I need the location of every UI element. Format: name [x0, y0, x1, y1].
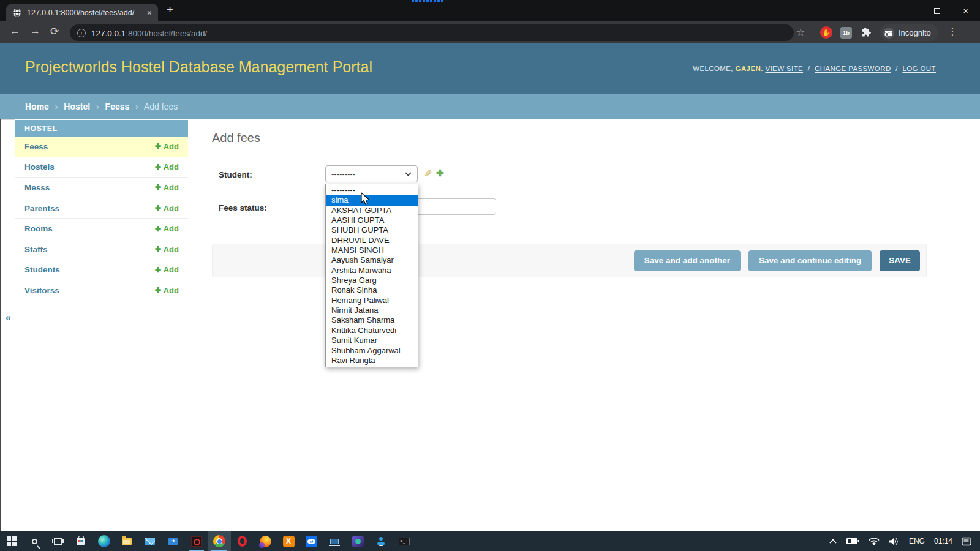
page-info-icon[interactable]: i — [77, 29, 86, 37]
extensions-puzzle-icon[interactable] — [861, 27, 872, 40]
dropdown-option[interactable]: Aayush Samaiyar — [326, 255, 418, 265]
search-button[interactable] — [23, 531, 47, 551]
add-feess-link[interactable]: ✚Add — [155, 142, 179, 151]
url-bar[interactable]: i 127.0.0.1:8000/hostel/fees/add/ — [70, 24, 794, 41]
dropdown-option[interactable]: Ronak Sinha — [326, 285, 418, 295]
forward-icon[interactable]: → — [30, 25, 40, 37]
sidebar-item-label[interactable]: Hostels — [24, 162, 55, 171]
dropdown-option[interactable]: Krittika Chaturvedi — [326, 326, 418, 335]
terminal-button[interactable]: >_ — [393, 531, 416, 551]
wifi-icon[interactable] — [869, 538, 880, 545]
sidebar-item-label[interactable]: Parentss — [24, 204, 59, 213]
add-messs-link[interactable]: ✚Add — [155, 183, 179, 192]
start-button[interactable] — [0, 531, 23, 551]
sidebar-item-hostels[interactable]: Hostels ✚Add — [15, 157, 188, 178]
adblock-extension-icon[interactable]: ✋ — [820, 26, 832, 39]
change-password-link[interactable]: CHANGE PASSWORD — [815, 65, 891, 72]
firefox-button[interactable] — [254, 531, 277, 551]
chrome-button[interactable] — [208, 531, 231, 551]
sidebar-item-visitorss[interactable]: Visitorss ✚Add — [15, 280, 188, 301]
breadcrumb-hostel[interactable]: Hostel — [64, 102, 90, 111]
sidebar-item-label[interactable]: Students — [24, 265, 60, 274]
back-icon[interactable]: ← — [10, 25, 20, 37]
breadcrumb-home[interactable]: Home — [25, 102, 49, 111]
sidebar-item-label[interactable]: Feess — [24, 142, 48, 151]
teamviewer-button[interactable]: ⇄ — [300, 531, 323, 551]
notification-center-icon[interactable] — [962, 537, 972, 546]
dropdown-option[interactable]: Sumit Kumar — [326, 335, 418, 345]
add-staffs-link[interactable]: ✚Add — [155, 245, 179, 254]
dropdown-option-selected[interactable]: sima — [326, 195, 418, 205]
browser-menu-icon[interactable]: ⋮ — [948, 26, 957, 37]
sidebar-item-students[interactable]: Students ✚Add — [15, 260, 188, 281]
movie-file-button[interactable] — [162, 531, 185, 551]
dropdown-option[interactable]: --------- — [326, 186, 418, 195]
language-indicator[interactable]: ENG — [909, 537, 925, 545]
volume-icon[interactable] — [889, 538, 900, 545]
sidebar-collapse-icon[interactable]: « — [6, 312, 11, 323]
sidebar-item-label[interactable]: Rooms — [24, 224, 53, 233]
save-button[interactable]: SAVE — [880, 250, 920, 271]
browser-tab[interactable]: 127.0.0.1:8000/hostel/fees/add/ × — [6, 4, 158, 21]
student-select[interactable]: --------- — [325, 165, 418, 182]
sidebar-toggle-strip[interactable]: « — [1, 119, 15, 531]
battery-icon[interactable] — [846, 538, 859, 545]
save-continue-button[interactable]: Save and continue editing — [748, 250, 872, 271]
teamviewer-icon: ⇄ — [306, 536, 317, 547]
reload-icon[interactable]: ⟳ — [50, 25, 59, 38]
dropdown-option[interactable]: AKSHAT GUPTA — [326, 206, 418, 216]
dropdown-option[interactable]: Saksham Sharma — [326, 315, 418, 325]
xampp-button[interactable]: X — [277, 531, 300, 551]
tab-close-icon[interactable]: × — [147, 9, 152, 17]
add-label: Add — [164, 183, 179, 192]
task-view-button[interactable] — [46, 531, 69, 551]
logout-link[interactable]: LOG OUT — [902, 65, 936, 72]
sidebar-item-messs[interactable]: Messs ✚Add — [15, 178, 188, 198]
save-add-another-button[interactable]: Save and add another — [634, 250, 741, 271]
mail-button[interactable] — [138, 531, 162, 551]
remote-laptop-button[interactable] — [323, 531, 347, 551]
dropdown-option[interactable]: Hemang Paliwal — [326, 296, 418, 305]
minimize-icon[interactable]: – — [894, 0, 922, 21]
bookmark-star-icon[interactable]: ☆ — [796, 26, 805, 38]
sidebar-item-label[interactable]: Staffs — [24, 245, 48, 254]
clock[interactable]: 01:14 — [934, 537, 952, 545]
dropdown-option[interactable]: Nirmit Jatana — [326, 305, 418, 315]
store-button[interactable] — [69, 531, 92, 551]
close-icon[interactable]: × — [951, 0, 980, 21]
extension-badge[interactable]: 1b — [840, 27, 852, 39]
sidebar-item-feess[interactable]: Feess ✚Add — [15, 137, 188, 157]
breadcrumb-feess[interactable]: Feess — [105, 102, 130, 111]
dropdown-option[interactable]: Ravi Rungta — [326, 356, 418, 365]
dropdown-option[interactable]: DHRUVIL DAVE — [326, 236, 418, 246]
add-rooms-link[interactable]: ✚Add — [155, 224, 179, 233]
camtasia-button[interactable] — [346, 531, 369, 551]
sidebar-item-label[interactable]: Messs — [24, 183, 50, 192]
add-student-icon[interactable]: ✚ — [436, 168, 444, 179]
dropdown-option[interactable]: MANSI SINGH — [326, 246, 418, 255]
sidebar-item-rooms[interactable]: Rooms ✚Add — [15, 219, 188, 239]
opera-button[interactable] — [231, 531, 254, 551]
voice-recorder-button[interactable] — [369, 531, 393, 551]
screen-recorder-button[interactable] — [185, 531, 208, 551]
tray-expand-icon[interactable] — [829, 539, 837, 544]
edge-button[interactable] — [92, 531, 116, 551]
view-site-link[interactable]: VIEW SITE — [765, 65, 803, 72]
add-visitorss-link[interactable]: ✚Add — [155, 286, 179, 295]
file-explorer-button[interactable] — [115, 531, 138, 551]
dropdown-option[interactable]: Arshita Marwaha — [326, 266, 418, 276]
dropdown-option[interactable]: Shubham Aggarwal — [326, 346, 418, 356]
new-tab-button[interactable]: + — [167, 3, 173, 17]
maximize-icon[interactable] — [922, 0, 951, 21]
add-parentss-link[interactable]: ✚Add — [155, 204, 179, 213]
dropdown-option[interactable]: Shreya Garg — [326, 276, 418, 285]
site-title[interactable]: Projectworlds Hostel Database Management… — [25, 58, 372, 76]
edit-student-icon[interactable]: ✎ — [424, 168, 432, 179]
add-hostels-link[interactable]: ✚Add — [155, 162, 179, 171]
sidebar-item-staffs[interactable]: Staffs ✚Add — [15, 239, 188, 260]
dropdown-option[interactable]: AASHI GUPTA — [326, 216, 418, 225]
add-students-link[interactable]: ✚Add — [155, 265, 179, 274]
sidebar-item-parentss[interactable]: Parentss ✚Add — [15, 198, 188, 219]
sidebar-item-label[interactable]: Visitorss — [24, 286, 59, 295]
dropdown-option[interactable]: SHUBH GUPTA — [326, 225, 418, 235]
